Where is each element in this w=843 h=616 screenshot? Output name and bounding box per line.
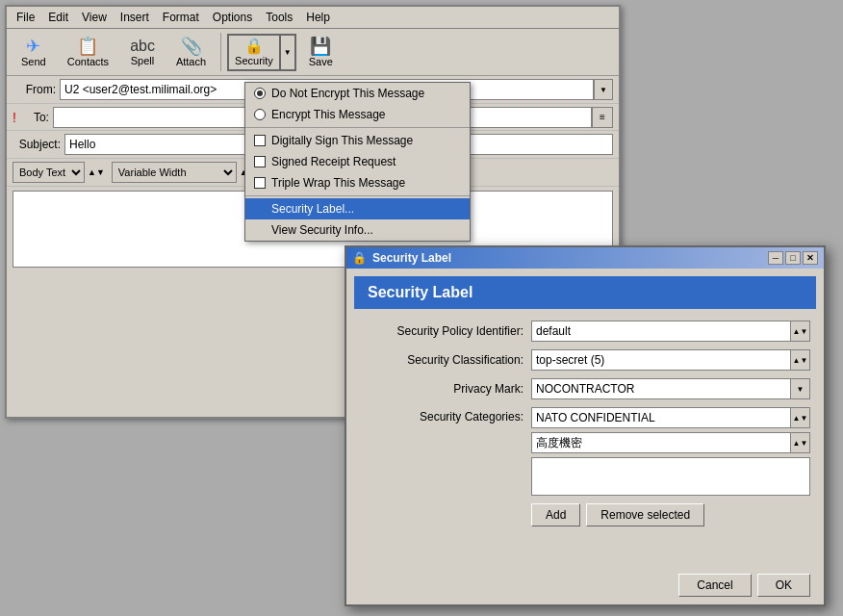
category-item-nato-btn[interactable]: ▲▼ [790,408,809,427]
spell-button[interactable]: abc Spell [121,35,164,70]
menu-options[interactable]: Options [207,9,258,26]
security-label-item[interactable]: Security Label... [245,198,470,219]
spell-icon: abc [130,38,155,54]
from-label: From: [13,83,56,96]
classification-label: Security Classification: [360,353,524,367]
classification-combo-arrow[interactable]: ▲▼ [790,350,809,370]
encrypt-radio [253,109,266,121]
spell-label: Spell [131,55,154,66]
triple-wrap-checkbox [253,177,266,190]
category-item-high-text: 高度機密 [532,433,790,453]
dialog-title-left: 🔒 Security Label [352,251,451,265]
priority-icon: ! [13,110,16,125]
cc-button[interactable]: ≡ [592,107,613,128]
digitally-sign-item[interactable]: Digitally Sign This Message [245,130,470,151]
send-icon: ✈ [26,38,40,55]
save-icon: 💾 [310,38,331,55]
privacy-row: Privacy Mark: ▼ [360,378,810,399]
add-button[interactable]: Add [531,503,580,526]
separator-1 [245,127,470,128]
triple-wrap-item[interactable]: Triple Wrap This Message [245,172,470,193]
category-item-high[interactable]: 高度機密 ▲▼ [531,432,810,453]
view-security-label: View Security Info... [271,223,373,237]
classification-combo[interactable]: ▲▼ [531,349,810,371]
privacy-label: Privacy Mark: [360,382,524,396]
classification-row: Security Classification: ▲▼ [360,349,810,371]
dialog-header: Security Label [354,276,816,309]
policy-combo[interactable]: ▲▼ [531,321,810,342]
dialog-title-text: Security Label [372,251,451,265]
dialog-close-button[interactable]: ✕ [803,251,818,265]
menu-format[interactable]: Format [157,9,205,26]
classification-input[interactable] [532,351,790,369]
privacy-combo[interactable]: ▼ [531,378,810,399]
menu-help[interactable]: Help [300,9,336,26]
security-label: Security [235,55,273,66]
dialog-footer: Cancel OK [665,566,824,604]
security-label-menu-label: Security Label... [271,202,354,216]
dialog-header-text: Security Label [368,284,473,300]
dropdown-arrow-icon: ▼ [284,48,292,57]
body-text-select[interactable]: Body Text [13,162,85,183]
policy-label: Security Policy Identifier: [360,324,524,338]
triple-wrap-label: Triple Wrap This Message [271,176,405,190]
toolbar: ✈ Send 📋 Contacts abc Spell 📎 Attach 🔒 S… [7,29,619,76]
dialog-minimize-button[interactable]: ─ [768,251,783,265]
category-item-high-btn[interactable]: ▲▼ [790,433,809,452]
dialog-restore-button[interactable]: □ [785,251,801,265]
dialog-titlebar: 🔒 Security Label ─ □ ✕ [346,247,824,269]
separator-2 [245,195,470,196]
encrypt-item[interactable]: Encrypt This Message [245,104,470,125]
category-empty-area [531,457,810,496]
categories-action-row: Add Remove selected [531,500,810,530]
attach-label: Attach [176,56,206,67]
policy-combo-arrow[interactable]: ▲▼ [790,321,809,341]
ok-button[interactable]: OK [757,574,810,597]
security-button[interactable]: 🔒 Security [227,34,279,71]
privacy-combo-arrow[interactable]: ▼ [790,379,809,398]
menu-view[interactable]: View [76,9,113,26]
menu-insert[interactable]: Insert [115,9,155,26]
signed-receipt-item[interactable]: Signed Receipt Request [245,151,470,172]
categories-list: NATO CONFIDENTIAL ▲▼ 高度機密 ▲▼ Add Remove … [531,407,810,530]
policy-input[interactable] [532,322,790,340]
format-arrow: ▲▼ [88,167,105,177]
digitally-sign-checkbox [253,135,266,147]
menu-file[interactable]: File [11,9,40,26]
contacts-icon: 📋 [77,38,98,55]
security-dropdown-menu: Do Not Encrypt This Message Encrypt This… [244,82,471,242]
signed-receipt-checkbox [253,156,266,168]
subject-label: Subject: [13,138,61,151]
encrypt-label: Encrypt This Message [271,108,386,121]
privacy-input[interactable] [532,380,790,398]
policy-row: Security Policy Identifier: ▲▼ [360,321,810,342]
digitally-sign-label: Digitally Sign This Message [271,134,413,147]
attach-button[interactable]: 📎 Attach [167,34,215,71]
menu-tools[interactable]: Tools [260,9,298,26]
categories-section: Security Categories: NATO CONFIDENTIAL ▲… [360,407,810,530]
from-dropdown[interactable]: ▼ [594,79,613,100]
view-security-item[interactable]: View Security Info... [245,219,470,241]
save-label: Save [309,56,333,67]
menu-edit[interactable]: Edit [42,9,74,26]
dialog-title-icon: 🔒 [352,251,367,265]
lock-icon: 🔒 [244,38,264,54]
toolbar-divider [220,33,221,71]
signed-receipt-label: Signed Receipt Request [271,155,396,168]
category-item-nato[interactable]: NATO CONFIDENTIAL ▲▼ [531,407,810,428]
send-label: Send [21,56,46,67]
contacts-label: Contacts [67,56,109,67]
cancel-button[interactable]: Cancel [678,574,751,597]
font-select[interactable]: Variable Width [112,162,237,183]
save-button[interactable]: 💾 Save [300,34,342,71]
send-button[interactable]: ✈ Send [13,34,55,71]
remove-selected-button[interactable]: Remove selected [586,503,704,526]
security-dropdown-arrow[interactable]: ▼ [279,34,296,71]
do-not-encrypt-item[interactable]: Do Not Encrypt This Message [245,83,470,104]
dialog-controls: ─ □ ✕ [768,251,818,265]
contacts-button[interactable]: 📋 Contacts [59,34,117,71]
security-label-dialog: 🔒 Security Label ─ □ ✕ Security Label Se… [345,245,826,606]
to-label: To: [20,111,49,124]
do-not-encrypt-radio [253,88,266,100]
do-not-encrypt-label: Do Not Encrypt This Message [271,87,424,100]
